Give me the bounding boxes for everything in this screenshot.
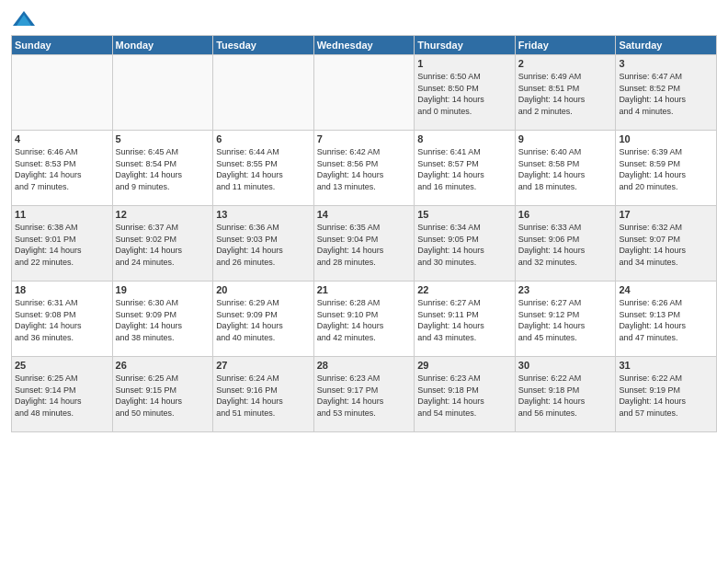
day-number: 26 (116, 360, 210, 371)
day-number: 7 (317, 133, 412, 144)
calendar-cell: 2Sunrise: 6:49 AM Sunset: 8:51 PM Daylig… (515, 55, 616, 131)
calendar-cell: 30Sunrise: 6:22 AM Sunset: 9:18 PM Dayli… (515, 357, 616, 432)
week-row-1: 4Sunrise: 6:46 AM Sunset: 8:53 PM Daylig… (12, 131, 717, 206)
day-info: Sunrise: 6:34 AM Sunset: 9:05 PM Dayligh… (417, 222, 512, 268)
day-number: 30 (518, 360, 613, 371)
page-container: SundayMondayTuesdayWednesdayThursdayFrid… (0, 0, 728, 440)
day-info: Sunrise: 6:29 AM Sunset: 9:09 PM Dayligh… (216, 297, 311, 343)
weekday-header-thursday: Thursday (415, 36, 516, 55)
calendar-cell: 9Sunrise: 6:40 AM Sunset: 8:58 PM Daylig… (515, 131, 616, 206)
calendar-cell: 10Sunrise: 6:39 AM Sunset: 8:59 PM Dayli… (616, 131, 717, 206)
day-number: 21 (317, 284, 412, 295)
day-number: 28 (317, 360, 412, 371)
day-number: 6 (216, 133, 311, 144)
day-number: 15 (417, 209, 512, 220)
calendar-cell: 5Sunrise: 6:45 AM Sunset: 8:54 PM Daylig… (112, 131, 213, 206)
calendar-cell (12, 55, 113, 131)
week-row-2: 11Sunrise: 6:38 AM Sunset: 9:01 PM Dayli… (12, 206, 717, 282)
calendar-cell: 31Sunrise: 6:22 AM Sunset: 9:19 PM Dayli… (616, 357, 717, 432)
day-number: 9 (518, 133, 613, 144)
day-number: 24 (619, 284, 713, 295)
logo (11, 9, 40, 29)
calendar-cell: 8Sunrise: 6:41 AM Sunset: 8:57 PM Daylig… (415, 131, 516, 206)
calendar-cell: 25Sunrise: 6:25 AM Sunset: 9:14 PM Dayli… (12, 357, 113, 432)
calendar-cell: 23Sunrise: 6:27 AM Sunset: 9:12 PM Dayli… (515, 282, 616, 357)
calendar-cell: 27Sunrise: 6:24 AM Sunset: 9:16 PM Dayli… (213, 357, 314, 432)
weekday-header-friday: Friday (515, 36, 616, 55)
day-number: 22 (417, 284, 512, 295)
day-info: Sunrise: 6:39 AM Sunset: 8:59 PM Dayligh… (619, 146, 713, 192)
day-info: Sunrise: 6:49 AM Sunset: 8:51 PM Dayligh… (518, 71, 613, 117)
week-row-0: 1Sunrise: 6:50 AM Sunset: 8:50 PM Daylig… (12, 55, 717, 131)
day-number: 13 (216, 209, 311, 220)
day-info: Sunrise: 6:32 AM Sunset: 9:07 PM Dayligh… (619, 222, 713, 268)
day-number: 18 (15, 284, 109, 295)
calendar-cell: 7Sunrise: 6:42 AM Sunset: 8:56 PM Daylig… (313, 131, 415, 206)
calendar-cell: 3Sunrise: 6:47 AM Sunset: 8:52 PM Daylig… (616, 55, 717, 131)
day-number: 27 (216, 360, 311, 371)
day-number: 4 (15, 133, 109, 144)
day-number: 25 (15, 360, 109, 371)
calendar-cell: 12Sunrise: 6:37 AM Sunset: 9:02 PM Dayli… (112, 206, 213, 282)
day-number: 19 (116, 284, 210, 295)
calendar-cell (213, 55, 314, 131)
day-number: 23 (518, 284, 613, 295)
week-row-4: 25Sunrise: 6:25 AM Sunset: 9:14 PM Dayli… (12, 357, 717, 432)
logo-icon (11, 9, 37, 29)
day-info: Sunrise: 6:28 AM Sunset: 9:10 PM Dayligh… (317, 297, 412, 343)
calendar-cell (112, 55, 213, 131)
calendar-cell: 13Sunrise: 6:36 AM Sunset: 9:03 PM Dayli… (213, 206, 314, 282)
calendar-table: SundayMondayTuesdayWednesdayThursdayFrid… (11, 35, 717, 432)
day-number: 31 (619, 360, 713, 371)
day-info: Sunrise: 6:25 AM Sunset: 9:14 PM Dayligh… (15, 373, 109, 419)
day-number: 29 (417, 360, 512, 371)
day-info: Sunrise: 6:22 AM Sunset: 9:19 PM Dayligh… (619, 373, 713, 419)
day-info: Sunrise: 6:30 AM Sunset: 9:09 PM Dayligh… (116, 297, 210, 343)
day-info: Sunrise: 6:45 AM Sunset: 8:54 PM Dayligh… (116, 146, 210, 192)
weekday-header-tuesday: Tuesday (213, 36, 314, 55)
weekday-header-wednesday: Wednesday (313, 36, 415, 55)
calendar-cell: 24Sunrise: 6:26 AM Sunset: 9:13 PM Dayli… (616, 282, 717, 357)
day-info: Sunrise: 6:50 AM Sunset: 8:50 PM Dayligh… (417, 71, 512, 117)
day-number: 20 (216, 284, 311, 295)
day-info: Sunrise: 6:41 AM Sunset: 8:57 PM Dayligh… (417, 146, 512, 192)
day-info: Sunrise: 6:46 AM Sunset: 8:53 PM Dayligh… (15, 146, 109, 192)
day-info: Sunrise: 6:25 AM Sunset: 9:15 PM Dayligh… (116, 373, 210, 419)
day-info: Sunrise: 6:38 AM Sunset: 9:01 PM Dayligh… (15, 222, 109, 268)
day-number: 5 (116, 133, 210, 144)
day-info: Sunrise: 6:35 AM Sunset: 9:04 PM Dayligh… (317, 222, 412, 268)
calendar-cell: 16Sunrise: 6:33 AM Sunset: 9:06 PM Dayli… (515, 206, 616, 282)
day-info: Sunrise: 6:23 AM Sunset: 9:17 PM Dayligh… (317, 373, 412, 419)
calendar-cell: 17Sunrise: 6:32 AM Sunset: 9:07 PM Dayli… (616, 206, 717, 282)
calendar-cell: 4Sunrise: 6:46 AM Sunset: 8:53 PM Daylig… (12, 131, 113, 206)
day-number: 2 (518, 58, 613, 69)
weekday-header-sunday: Sunday (12, 36, 113, 55)
day-info: Sunrise: 6:26 AM Sunset: 9:13 PM Dayligh… (619, 297, 713, 343)
calendar-cell: 28Sunrise: 6:23 AM Sunset: 9:17 PM Dayli… (313, 357, 415, 432)
calendar-cell: 19Sunrise: 6:30 AM Sunset: 9:09 PM Dayli… (112, 282, 213, 357)
calendar-cell: 21Sunrise: 6:28 AM Sunset: 9:10 PM Dayli… (313, 282, 415, 357)
calendar-cell: 15Sunrise: 6:34 AM Sunset: 9:05 PM Dayli… (415, 206, 516, 282)
day-info: Sunrise: 6:31 AM Sunset: 9:08 PM Dayligh… (15, 297, 109, 343)
calendar-cell: 18Sunrise: 6:31 AM Sunset: 9:08 PM Dayli… (12, 282, 113, 357)
weekday-header-row: SundayMondayTuesdayWednesdayThursdayFrid… (12, 36, 717, 55)
day-number: 14 (317, 209, 412, 220)
day-number: 11 (15, 209, 109, 220)
week-row-3: 18Sunrise: 6:31 AM Sunset: 9:08 PM Dayli… (12, 282, 717, 357)
day-number: 10 (619, 133, 713, 144)
weekday-header-saturday: Saturday (616, 36, 717, 55)
day-number: 12 (116, 209, 210, 220)
day-info: Sunrise: 6:33 AM Sunset: 9:06 PM Dayligh… (518, 222, 613, 268)
calendar-cell: 11Sunrise: 6:38 AM Sunset: 9:01 PM Dayli… (12, 206, 113, 282)
calendar-cell: 29Sunrise: 6:23 AM Sunset: 9:18 PM Dayli… (415, 357, 516, 432)
calendar-cell: 14Sunrise: 6:35 AM Sunset: 9:04 PM Dayli… (313, 206, 415, 282)
day-info: Sunrise: 6:24 AM Sunset: 9:16 PM Dayligh… (216, 373, 311, 419)
calendar-cell: 1Sunrise: 6:50 AM Sunset: 8:50 PM Daylig… (415, 55, 516, 131)
day-info: Sunrise: 6:40 AM Sunset: 8:58 PM Dayligh… (518, 146, 613, 192)
calendar-cell: 22Sunrise: 6:27 AM Sunset: 9:11 PM Dayli… (415, 282, 516, 357)
day-info: Sunrise: 6:27 AM Sunset: 9:11 PM Dayligh… (417, 297, 512, 343)
day-info: Sunrise: 6:47 AM Sunset: 8:52 PM Dayligh… (619, 71, 713, 117)
calendar-cell: 20Sunrise: 6:29 AM Sunset: 9:09 PM Dayli… (213, 282, 314, 357)
day-info: Sunrise: 6:23 AM Sunset: 9:18 PM Dayligh… (417, 373, 512, 419)
weekday-header-monday: Monday (112, 36, 213, 55)
